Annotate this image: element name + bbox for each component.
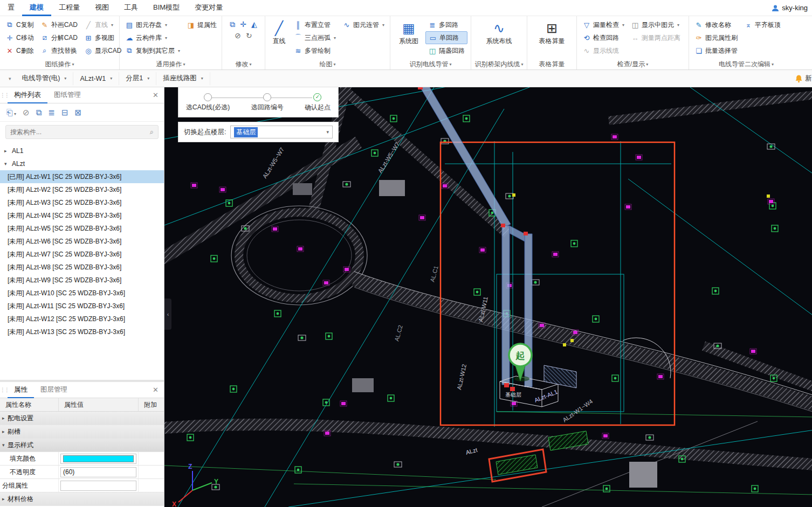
ribbon-group-label[interactable]: 修改▾	[222, 59, 265, 70]
tree-item[interactable]: [未用] ALzt-W9 [SC 25 WDZB-BYJ-3x6]	[0, 274, 164, 287]
close-icon[interactable]: ✕	[147, 91, 164, 99]
missing-check-button[interactable]: ▽漏量检查▾	[580, 18, 627, 31]
ribbon-group-label[interactable]: 图纸操作▾	[0, 59, 119, 70]
tab-drawing-manage[interactable]: 图纸管理	[47, 87, 87, 103]
fill-color-value[interactable]	[60, 454, 136, 464]
ribbon-group-label[interactable]: 电线导管二次编辑▾	[689, 59, 803, 70]
menu-item-quantity[interactable]: 工程量	[51, 0, 87, 16]
batch-select-pipe-button[interactable]: ❏批量选择管	[692, 44, 740, 57]
tree-item[interactable]: [未用] ALzt-W13 [SC 25 WDZB-BYJ-3x6]	[0, 325, 164, 338]
system-wiring-button[interactable]: ∿系统布线	[479, 18, 520, 59]
menu-item-modeling[interactable]: 建模	[22, 0, 51, 16]
prop-group-power-config[interactable]: ▸配电设置	[0, 412, 164, 425]
delete-cad-button[interactable]: ✕C删除	[3, 44, 37, 57]
tree-item[interactable]: [未用] ALzt-W3 [SC 25 WDZB-BYJ-3x6]	[0, 196, 164, 209]
ribbon-group-label[interactable]: 绘图▾	[265, 59, 390, 70]
tree-item[interactable]: [未用] ALzt-W2 [SC 25 WDZB-BYJ-3x6]	[0, 183, 164, 196]
menu-item-change-compare[interactable]: 变更对量	[187, 0, 230, 16]
tree-item[interactable]: [未用] ALzt-W10 [SC 25 WDZB-BYJ-3x6]	[0, 287, 164, 300]
table-quantity-button[interactable]: ⊞表格算量	[533, 18, 571, 59]
ribbon-group-label[interactable]: 识别电线导管▾	[390, 59, 471, 70]
wizard-step-select-cad[interactable]: 选CAD线(必选)	[185, 93, 231, 117]
show-cad-button[interactable]: ◎显示CAD	[81, 44, 124, 57]
chevron-down-icon[interactable]: ▾	[4, 76, 16, 81]
wizard-step-circuit-number[interactable]: 选回路编号	[250, 93, 285, 117]
tab-properties[interactable]: 属性	[8, 382, 34, 398]
tab-layer-manage[interactable]: 图层管理	[34, 382, 74, 398]
menu-item-tools[interactable]: 工具	[116, 0, 146, 16]
tree-item[interactable]: [未用] ALzt-W4 [SC 25 WDZB-BYJ-3x6]	[0, 209, 164, 222]
menu-item-bim-model[interactable]: BIM模型	[146, 0, 187, 16]
attr-brush-button[interactable]: ✑图元属性刷	[692, 31, 740, 44]
export-icon[interactable]: ⊠	[74, 108, 81, 117]
single-circuit-button[interactable]: ▭单回路	[425, 31, 467, 44]
tree-item[interactable]: [未用] ALzt-W12 [SC 25 WDZB-BYJ-3x6]	[0, 312, 164, 325]
show-selected-elements-button[interactable]: ◫显示中图元▾	[628, 18, 683, 31]
explode-cad-button[interactable]: ⧄分解CAD	[38, 31, 80, 44]
system-diagram-button[interactable]: ▦系统图	[393, 18, 424, 59]
connect-pipe-button[interactable]: ∿图元连管▾	[340, 18, 387, 31]
copy-cad-button[interactable]: ⧉C复制	[3, 18, 37, 31]
cad-drawing[interactable]: 起 ALzt-W5~W7 ALzt-W5~W7 AL.C1 AL.C2 ALzt…	[164, 87, 812, 507]
group-attr-value[interactable]	[60, 481, 136, 491]
tree-group-al1[interactable]: ▸AL1	[0, 144, 164, 157]
align-slab-top-button[interactable]: ⌅平齐板顶	[741, 18, 783, 31]
copy-layer-icon[interactable]: ⧉	[36, 108, 42, 117]
close-icon[interactable]: ✕	[147, 386, 164, 394]
new-component-icon[interactable]: ⎗▾	[6, 108, 16, 117]
panel-grip[interactable]: ⋮⋮	[0, 387, 8, 393]
tree-item[interactable]: [未用] ALzt-W11 [SC 25 WDZB-BYJ-3x6]	[0, 300, 164, 312]
multi-pipe-draw-button[interactable]: ≋多管绘制	[291, 44, 339, 57]
search-input[interactable]	[6, 128, 146, 136]
save-group-icon[interactable]: ⊟	[61, 108, 68, 117]
arc-three-point-button[interactable]: ⌒三点画弧▾	[291, 31, 339, 44]
user-account[interactable]: sky-king	[771, 4, 812, 12]
ribbon-group-label[interactable]: 通用操作▾	[120, 59, 222, 70]
copy-to-layer-button[interactable]: ⧉复制到其它层▾	[122, 44, 183, 57]
check-circuit-button[interactable]: ⟲检查回路	[580, 31, 627, 44]
rotate-icon[interactable]: ↻	[246, 31, 252, 40]
notification-text[interactable]: 新	[806, 74, 812, 83]
prop-group-chase[interactable]: ▸剔槽	[0, 425, 164, 439]
opacity-value[interactable]: (60)	[60, 467, 136, 477]
show-cable-button[interactable]: ∿显示线缆	[580, 44, 627, 57]
ribbon-group-label[interactable]: 检查/显示▾	[577, 59, 689, 70]
sheet-select[interactable]: 插座线路图▾	[156, 72, 210, 85]
prop-group-material-price[interactable]: ▸材料价格	[0, 492, 164, 506]
drawing-canvas[interactable]: 起 ALzt-W5~W7 ALzt-W5~W7 AL.C1 AL.C2 ALzt…	[164, 87, 812, 507]
per-lamp-circuit-button[interactable]: ◫隔盏回路	[425, 44, 467, 57]
floor-select[interactable]: 基础层 ▾	[230, 126, 333, 138]
find-replace-button[interactable]: ⌕查找替换	[38, 44, 80, 57]
move-element-icon[interactable]: ✛	[240, 20, 246, 29]
tree-item[interactable]: [未用] ALzt-W8 [SC 25 WDZB-BYJ-3x6]	[0, 261, 164, 274]
menu-item-settings[interactable]: 置	[0, 0, 22, 16]
multi-circuit-button[interactable]: ≣多回路	[425, 18, 467, 31]
paste-icon[interactable]: ⧉	[230, 20, 235, 29]
component-select[interactable]: ALzt-W1▾	[73, 72, 119, 85]
menu-item-view[interactable]: 视图	[87, 0, 116, 16]
place-riser-button[interactable]: ║布置立管	[291, 18, 339, 31]
layer-select[interactable]: 分层1▾	[119, 72, 156, 85]
save-element-button[interactable]: ▤图元存盘▾	[122, 18, 183, 31]
multi-view-button[interactable]: ⊞多视图	[81, 31, 124, 44]
tab-component-list[interactable]: 构件列表	[8, 87, 47, 103]
tree-item[interactable]: [未用] ALzt-W5 [SC 25 WDZB-BYJ-3x6]	[0, 222, 164, 235]
patch-cad-button[interactable]: ✎补画CAD	[38, 18, 80, 31]
mirror-icon[interactable]: ◭	[251, 20, 257, 29]
tree-item[interactable]: [未用] ALzt-W7 [SC 25 WDZB-BYJ-3x6]	[0, 248, 164, 261]
collapse-panel-button[interactable]: ‹	[164, 298, 171, 330]
ribbon-group-label[interactable]: 识别桥架内线缆▾	[471, 59, 527, 70]
tree-item[interactable]: [已用] ALzt-W1 [SC 25 WDZB-BYJ-3x6]	[0, 170, 164, 183]
rename-button[interactable]: ✎修改名称	[692, 18, 740, 31]
wizard-step-confirm-start[interactable]: ✓ 确认起点	[304, 93, 332, 117]
element-type-select[interactable]: 电线导管(电)▾	[16, 72, 74, 85]
measure-distance-button[interactable]: ↔测量两点距离	[628, 31, 683, 44]
line-tool-button[interactable]: ╱直线▾	[81, 18, 124, 31]
extract-attrs-button[interactable]: ◨提属性	[184, 18, 219, 31]
draw-line-button[interactable]: ╱直线	[268, 18, 290, 59]
trash-icon[interactable]: ⊘	[235, 31, 241, 40]
trash-icon[interactable]: ⊘	[23, 108, 30, 117]
cloud-library-button[interactable]: ☁云构件库▾	[122, 31, 183, 44]
sort-list-icon[interactable]: ≣	[48, 108, 55, 117]
panel-grip[interactable]: ⋮⋮	[0, 92, 8, 98]
